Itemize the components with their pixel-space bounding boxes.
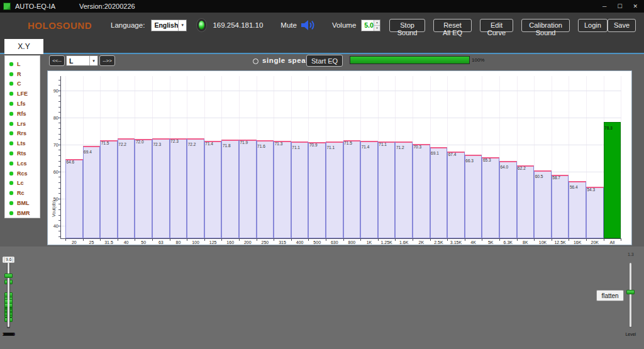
channel-item-Lcs[interactable]: Lcs (5, 158, 40, 169)
eq-bar-4K (465, 155, 482, 238)
channel-item-BML[interactable]: BML (5, 198, 40, 208)
bar-value-label: 72.3 (153, 142, 162, 147)
channel-item-Lfs[interactable]: Lfs (5, 99, 40, 109)
bar-value-label: 78.3 (604, 126, 613, 130)
channel-item-C[interactable]: C (5, 79, 40, 89)
channel-status-dot (9, 162, 13, 165)
flatten-button[interactable]: flatten (596, 290, 624, 301)
channel-status-dot (9, 112, 13, 116)
language-select-value: English (152, 21, 178, 29)
channel-status-dot (9, 181, 13, 185)
bar-value-label: 70.3 (414, 145, 422, 149)
connection-status-led (197, 19, 206, 31)
stop-sound-button[interactable]: Stop Sound (389, 19, 425, 32)
eq-bar-25 (83, 146, 101, 238)
eq-bar-100 (187, 138, 204, 238)
bar-value-label: 71.2 (396, 145, 404, 150)
bar-value-label: 70.9 (309, 143, 318, 147)
bar-value-label: 67.4 (448, 152, 457, 157)
tab-xy[interactable]: X.Y (4, 39, 43, 54)
chevron-down-icon: ▼ (89, 56, 97, 65)
bar-value-label: 72.2 (188, 142, 196, 147)
eq-bar-50 (135, 139, 152, 238)
prev-channel-button[interactable]: <<-- (49, 55, 65, 66)
channel-label: Rc (17, 190, 25, 196)
level-slider[interactable]: 1.3 Level (622, 247, 640, 349)
calibration-sound-button[interactable]: Calibration Sound (521, 19, 570, 32)
next-channel-button[interactable]: -->> (99, 55, 115, 66)
level-slider-thumb[interactable] (626, 290, 635, 294)
channel-item-Rfs[interactable]: Rfs (5, 109, 40, 119)
volume-spinner[interactable]: 5.0 ▲ ▼ (361, 19, 380, 31)
channel-item-Lc[interactable]: Lc (5, 179, 40, 189)
maximize-icon[interactable]: ☐ (617, 3, 622, 9)
channel-item-L[interactable]: L (5, 59, 40, 69)
window-controls: ─ ☐ ✕ (602, 3, 638, 9)
channel-item-Rrs[interactable]: Rrs (5, 129, 40, 139)
start-eq-button[interactable]: Start EQ (306, 55, 343, 67)
level-slider-caption: Level (617, 332, 644, 336)
bar-value-label: 64.0 (501, 165, 509, 169)
channel-select[interactable]: L ▼ (66, 55, 98, 66)
reset-all-eq-button[interactable]: Reset All EQ (433, 19, 472, 32)
eq-bar-3.15K (447, 152, 465, 238)
channel-label: C (17, 80, 21, 87)
bar-value-label: 72.3 (170, 139, 179, 143)
channel-item-R[interactable]: R (5, 69, 40, 79)
channel-label: BMR (17, 210, 30, 216)
bar-value-label: 71.5 (344, 141, 352, 145)
close-icon[interactable]: ✕ (633, 3, 638, 9)
slider-track[interactable] (8, 263, 9, 327)
bar-value-label: 54.3 (587, 187, 596, 192)
bar-value-label: 71.4 (205, 141, 213, 146)
channel-item-Rcs[interactable]: Rcs (5, 169, 40, 179)
bar-value-label: 60.5 (535, 174, 543, 179)
y-axis-tick-label: 60 (48, 169, 58, 175)
progress-percent-label: 100% (472, 57, 484, 63)
bar-value-label: 71.8 (223, 143, 231, 148)
channel-item-Rts[interactable]: Rts (5, 148, 40, 158)
speaker-icon[interactable] (301, 19, 317, 31)
channel-item-Lrs[interactable]: Lrs (5, 119, 40, 129)
login-button[interactable]: Login (578, 19, 608, 32)
minimize-icon[interactable]: ─ (602, 3, 606, 9)
y-axis-tick-label: 90 (48, 88, 58, 94)
channel-label: Lrs (17, 121, 26, 127)
eq-bar-10K (534, 170, 552, 238)
edit-curve-button[interactable]: Edit Curve (480, 19, 513, 32)
eq-chart-panel: 40506070809064.62069.42571.531.572.24072… (47, 70, 632, 245)
x-axis-line (60, 238, 621, 239)
channel-status-dot (9, 82, 13, 86)
channel-status-dot (9, 191, 13, 195)
channel-label: Lcs (17, 160, 27, 167)
eq-bar-12.5K (552, 175, 569, 238)
channel-status-dot (9, 72, 13, 76)
channel-item-BMR[interactable]: BMR (5, 208, 40, 218)
volume-label: Volume (332, 21, 356, 29)
y-axis-title: Vout(db) (52, 201, 56, 217)
language-label: Language: (111, 21, 145, 29)
bar-value-label: 71.3 (275, 141, 283, 146)
channel-label: Lfs (17, 101, 26, 107)
language-select[interactable]: English ▼ (151, 19, 187, 31)
eq-bar-160 (221, 140, 239, 238)
bar-value-label: 72.2 (118, 142, 126, 147)
window-title: AUTO-EQ-IA (15, 3, 55, 10)
single-speaker-radio[interactable] (253, 58, 258, 64)
eq-bar-20 (65, 159, 83, 238)
spinner-up-icon[interactable]: ▲ (374, 20, 380, 26)
eq-bar-125 (204, 141, 222, 238)
bar-value-label: 71.6 (257, 144, 265, 148)
save-button[interactable]: Save (608, 19, 636, 32)
bar-value-label: 69.1 (431, 151, 439, 155)
eq-bar-8K (517, 165, 535, 238)
channel-select-value: L (67, 57, 89, 65)
channel-item-LFE[interactable]: LFE (5, 89, 40, 99)
tab-bar: X.Y (0, 38, 644, 54)
spinner-down-icon[interactable]: ▼ (374, 26, 380, 31)
eq-bar-315 (274, 141, 291, 238)
channel-item-Rc[interactable]: Rc (5, 188, 40, 198)
channel-item-Lts[interactable]: Lts (5, 138, 40, 148)
slider-thumb[interactable] (4, 274, 13, 278)
level-slider-track[interactable] (630, 263, 631, 327)
